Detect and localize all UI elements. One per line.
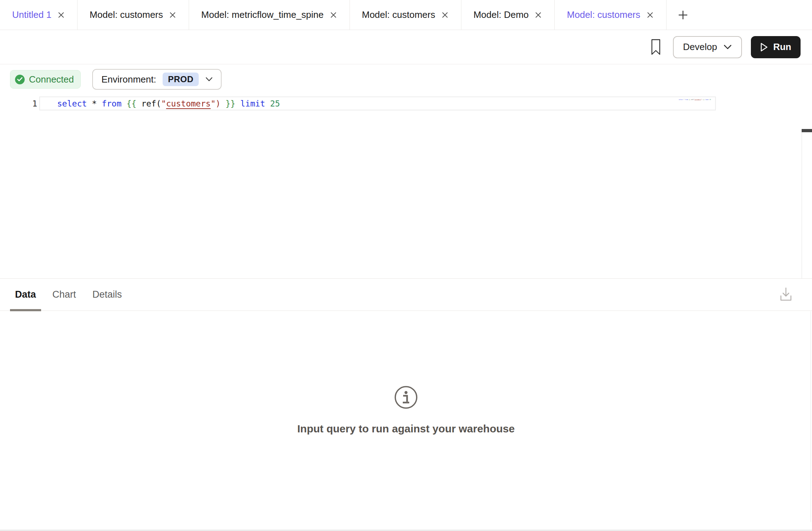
editor-scrollbar-thumb[interactable] (802, 129, 812, 132)
environment-label: Environment: (102, 74, 156, 85)
code-token: ref (141, 99, 156, 108)
chevron-down-icon (205, 77, 213, 82)
code-token-ref-link[interactable]: customers (166, 99, 211, 108)
code-token-ref-link[interactable]: customers (694, 99, 701, 100)
editor-pane: Connected Environment: PROD 1 select * f… (0, 64, 812, 279)
develop-button-label: Develop (683, 41, 717, 53)
connection-status-label: Connected (29, 74, 74, 85)
plus-icon (677, 9, 689, 21)
code-token: limit (705, 99, 709, 100)
code-token: from (102, 99, 122, 108)
new-tab-button[interactable] (667, 0, 699, 30)
tab-label: Model: customers (90, 9, 163, 20)
code-token (122, 99, 127, 108)
code-token: from (685, 99, 688, 100)
results-panel: Data Chart Details Input que (0, 279, 812, 531)
develop-button[interactable]: Develop (673, 36, 742, 58)
editor-tab-bar: Untitled 1 Model: customers Model: metri… (0, 0, 812, 30)
tab-model-demo[interactable]: Model: Demo (461, 0, 555, 30)
tab-model-customers-2[interactable]: Model: customers (350, 0, 461, 30)
code-token: ) (216, 99, 221, 108)
close-icon[interactable] (169, 11, 177, 19)
close-icon[interactable] (534, 11, 542, 19)
code-token: " (211, 99, 216, 108)
results-tab-label: Details (93, 289, 122, 300)
minimap-code: select * from {{ ref("customers") }} lim… (679, 99, 711, 100)
empty-state-message: Input query to run against your warehous… (297, 423, 515, 435)
tab-label: Model: Demo (474, 9, 529, 20)
run-button-label: Run (773, 41, 791, 53)
code-token (236, 99, 241, 108)
code-token: * (92, 99, 97, 108)
code-line: select * from {{ ref("customers") }} lim… (57, 99, 280, 108)
code-token: ( (156, 99, 161, 108)
tab-label: Model: customers (362, 9, 435, 20)
tab-model-customers-3[interactable]: Model: customers (555, 0, 666, 30)
code-token: select (679, 99, 683, 100)
code-token: 25 (270, 99, 280, 108)
close-icon[interactable] (57, 11, 65, 19)
code-token: 25 (709, 99, 711, 100)
tab-model-customers-1[interactable]: Model: customers (78, 0, 189, 30)
code-token (137, 99, 142, 108)
close-icon[interactable] (441, 11, 449, 19)
bottom-divider (0, 530, 812, 531)
play-icon (760, 43, 768, 52)
download-button[interactable] (780, 287, 792, 303)
download-icon (780, 287, 792, 302)
minimap: select * from {{ ref("customers") }} lim… (679, 96, 711, 103)
code-token: limit (241, 99, 265, 108)
tab-data[interactable]: Data (10, 279, 41, 311)
chevron-down-icon (723, 44, 732, 50)
results-scrollbar-track (811, 311, 811, 522)
code-token: " (161, 99, 166, 108)
info-icon (394, 386, 418, 409)
code-token: select (57, 99, 87, 108)
tab-chart[interactable]: Chart (48, 279, 81, 311)
tab-details[interactable]: Details (88, 279, 127, 311)
code-token (87, 99, 92, 108)
run-button[interactable]: Run (751, 36, 801, 58)
code-editor[interactable]: 1 select * from {{ ref("customers") }} l… (0, 96, 812, 247)
bookmark-button[interactable] (651, 39, 661, 55)
results-tab-label: Chart (53, 289, 76, 300)
environment-value-pill: PROD (163, 73, 199, 86)
close-icon[interactable] (330, 11, 337, 19)
connection-status-badge: Connected (10, 70, 81, 89)
tab-model-metricflow-time-spine[interactable]: Model: metricflow_time_spine (189, 0, 350, 30)
tab-untitled-1[interactable]: Untitled 1 (0, 0, 78, 30)
line-number-gutter: 1 (0, 97, 39, 110)
code-token: }} (226, 99, 236, 108)
results-tab-label: Data (15, 289, 36, 300)
active-line[interactable]: select * from {{ ref("customers") }} lim… (39, 96, 716, 110)
check-circle-icon (15, 75, 25, 84)
code-token (97, 99, 102, 108)
status-row: Connected Environment: PROD (0, 64, 812, 89)
tab-label: Untitled 1 (12, 9, 51, 20)
tab-label: Model: metricflow_time_spine (201, 9, 323, 20)
tab-label: Model: customers (567, 9, 640, 20)
toolbar: Develop Run (0, 30, 812, 64)
results-empty-state: Input query to run against your warehous… (0, 317, 812, 503)
environment-selector[interactable]: Environment: PROD (92, 69, 222, 90)
app-window: Untitled 1 Model: customers Model: metri… (0, 0, 812, 531)
line-number: 1 (32, 99, 37, 108)
code-token (221, 99, 226, 108)
code-token: {{ (127, 99, 137, 108)
close-icon[interactable] (646, 11, 654, 19)
code-token (265, 99, 270, 108)
bookmark-icon (651, 39, 661, 55)
results-tab-bar: Data Chart Details (0, 279, 812, 311)
